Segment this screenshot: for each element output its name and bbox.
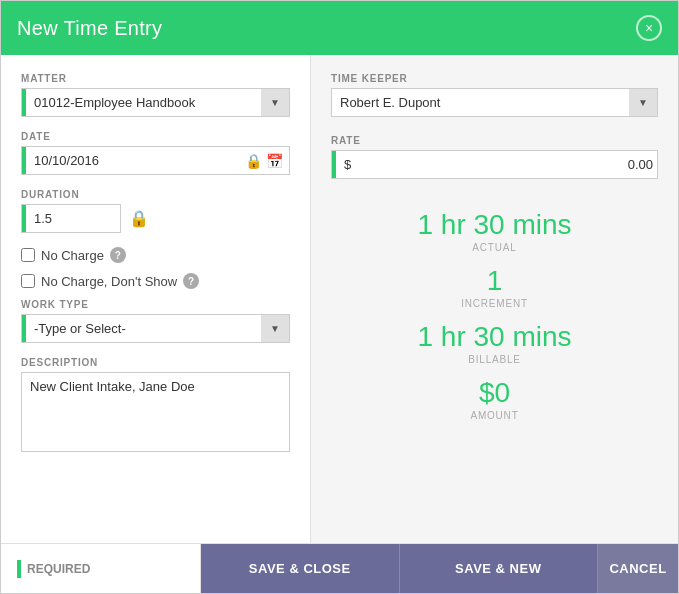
time-keeper-select[interactable]: Robert E. Dupont <box>332 89 629 116</box>
rate-field-wrapper: $ <box>331 150 658 179</box>
rate-label: RATE <box>331 135 658 146</box>
modal-title: New Time Entry <box>17 17 162 40</box>
time-keeper-label: TIME KEEPER <box>331 73 658 84</box>
date-input[interactable] <box>26 147 245 174</box>
billable-label: BILLABLE <box>331 354 658 365</box>
increment-value: 1 <box>331 265 658 297</box>
save-new-button[interactable]: SAVE & NEW <box>400 544 599 593</box>
close-button[interactable]: × <box>636 15 662 41</box>
matter-dropdown-arrow[interactable]: ▼ <box>261 89 289 116</box>
footer-required: REQUIRED <box>1 544 201 593</box>
no-charge-dont-show-row: No Charge, Don't Show ? <box>21 273 290 289</box>
modal-container: New Time Entry × MATTER 01012-Employee H… <box>0 0 679 594</box>
matter-select-wrapper: 01012-Employee Handbook ▼ <box>21 88 290 117</box>
no-charge-dont-show-help-icon[interactable]: ? <box>183 273 199 289</box>
rate-field-group: RATE $ <box>331 135 658 191</box>
duration-input-wrapper <box>21 204 121 233</box>
time-keeper-select-wrapper: Robert E. Dupont ▼ <box>331 88 658 117</box>
increment-stat-block: 1 INCREMENT <box>331 265 658 309</box>
no-charge-dont-show-checkbox[interactable] <box>21 274 35 288</box>
actual-stat-block: 1 hr 30 mins ACTUAL <box>331 209 658 253</box>
time-keeper-dropdown-arrow[interactable]: ▼ <box>629 89 657 116</box>
no-charge-checkbox[interactable] <box>21 248 35 262</box>
required-label: REQUIRED <box>27 562 90 576</box>
duration-input[interactable] <box>26 205 210 232</box>
no-charge-dont-show-label: No Charge, Don't Show <box>41 274 177 289</box>
left-panel: MATTER 01012-Employee Handbook ▼ DATE 🔒 <box>1 55 311 543</box>
right-panel: TIME KEEPER Robert E. Dupont ▼ RATE $ <box>311 55 678 543</box>
description-label: DESCRIPTION <box>21 357 290 368</box>
rate-input[interactable] <box>359 151 657 178</box>
save-close-button[interactable]: SAVE & CLOSE <box>201 544 400 593</box>
footer-actions: SAVE & CLOSE SAVE & NEW CANCEL <box>201 544 678 593</box>
billable-stat-block: 1 hr 30 mins BILLABLE <box>331 321 658 365</box>
date-field-wrapper: 🔒 📅 <box>21 146 290 175</box>
duration-field-wrapper: 🔒 <box>21 204 290 233</box>
actual-time-value: 1 hr 30 mins <box>331 209 658 241</box>
no-charge-row: No Charge ? <box>21 247 290 263</box>
no-charge-help-icon[interactable]: ? <box>110 247 126 263</box>
date-icons: 🔒 📅 <box>245 153 289 169</box>
description-field-group: DESCRIPTION New Client Intake, Jane Doe <box>21 357 290 456</box>
increment-label: INCREMENT <box>331 298 658 309</box>
no-charge-label: No Charge <box>41 248 104 263</box>
lock-date-icon[interactable]: 🔒 <box>245 153 262 169</box>
modal-body: MATTER 01012-Employee Handbook ▼ DATE 🔒 <box>1 55 678 543</box>
amount-stat-block: $0 AMOUNT <box>331 377 658 421</box>
work-type-select[interactable]: -Type or Select- <box>26 315 261 342</box>
required-accent-bar <box>17 560 21 578</box>
work-type-field-group: WORK TYPE -Type or Select- ▼ <box>21 299 290 343</box>
duration-lock-icon[interactable]: 🔒 <box>129 209 149 228</box>
cancel-button[interactable]: CANCEL <box>598 544 678 593</box>
time-keeper-field-group: TIME KEEPER Robert E. Dupont ▼ <box>331 73 658 117</box>
calendar-icon[interactable]: 📅 <box>266 153 283 169</box>
modal-footer: REQUIRED SAVE & CLOSE SAVE & NEW CANCEL <box>1 543 678 593</box>
matter-select[interactable]: 01012-Employee Handbook <box>26 89 261 116</box>
billable-time-value: 1 hr 30 mins <box>331 321 658 353</box>
work-type-dropdown-arrow[interactable]: ▼ <box>261 315 289 342</box>
amount-value: $0 <box>331 377 658 409</box>
description-textarea[interactable]: New Client Intake, Jane Doe <box>21 372 290 452</box>
matter-field-group: MATTER 01012-Employee Handbook ▼ <box>21 73 290 117</box>
amount-label: AMOUNT <box>331 410 658 421</box>
actual-label: ACTUAL <box>331 242 658 253</box>
work-type-label: WORK TYPE <box>21 299 290 310</box>
duration-label: DURATION <box>21 189 290 200</box>
date-field-group: DATE 🔒 📅 <box>21 131 290 175</box>
rate-symbol: $ <box>336 151 359 178</box>
modal-header: New Time Entry × <box>1 1 678 55</box>
duration-field-group: DURATION 🔒 <box>21 189 290 233</box>
matter-label: MATTER <box>21 73 290 84</box>
date-label: DATE <box>21 131 290 142</box>
work-type-select-wrapper: -Type or Select- ▼ <box>21 314 290 343</box>
